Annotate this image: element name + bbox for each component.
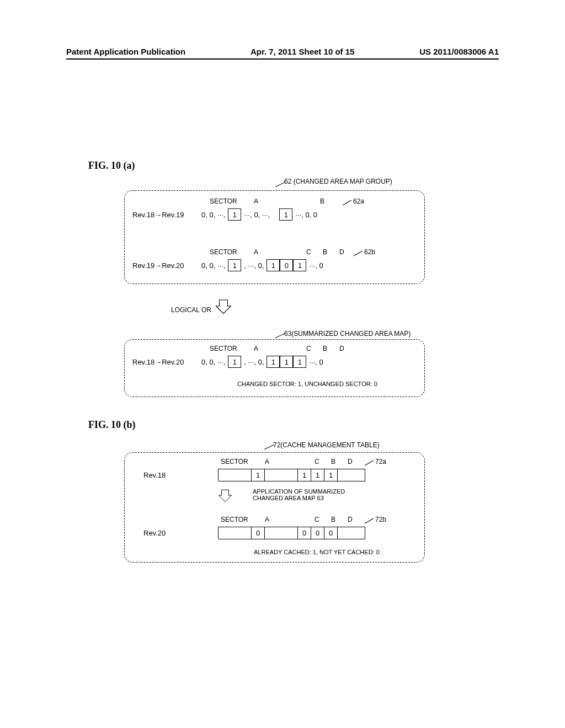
figure-a-label: FIG. 10 (a) xyxy=(88,160,135,172)
document-header: Patent Application Publication Apr. 7, 2… xyxy=(66,47,499,60)
sector-b-value: 0 xyxy=(311,527,324,539)
data-text: 0, 0, ···, xyxy=(199,261,228,270)
col-c: C xyxy=(315,516,319,523)
col-a: A xyxy=(254,345,258,352)
sub-62a: 62a xyxy=(353,197,364,205)
cache-row-72b: Rev.20 0 0 0 0 xyxy=(135,527,365,539)
col-b: B xyxy=(323,345,327,352)
cache-cell xyxy=(218,527,252,539)
data-text: 0, 0, ···, xyxy=(199,211,228,219)
col-b: B xyxy=(331,458,335,465)
col-c: C xyxy=(315,458,319,465)
sector-b-value: 1 xyxy=(279,208,292,221)
sub-62b: 62b xyxy=(364,248,375,256)
data-text: ···, 0, 0 xyxy=(292,211,320,219)
changed-sector-note: CHANGED SECTOR: 1, UNCHANGED SECTOR: 0 xyxy=(237,381,377,387)
sector-a-value: 0 xyxy=(252,527,265,539)
header-right: US 2011/0083006 A1 xyxy=(419,47,499,56)
data-text: ···, 0 xyxy=(306,261,326,270)
col-d: D xyxy=(348,458,353,465)
sector-d-value: 1 xyxy=(293,259,306,271)
callout-63: 63(SUMMARIZED CHANGED AREA MAP) xyxy=(284,330,411,338)
data-text: ···, 0, ···, xyxy=(241,211,273,219)
summarized-changed-area-map xyxy=(124,339,425,397)
sector-label: SECTOR xyxy=(210,197,237,205)
col-c: C xyxy=(306,345,311,352)
data-text: ···, 0 xyxy=(306,358,326,366)
sector-label: SECTOR xyxy=(221,458,248,465)
sub-72b: 72b xyxy=(375,516,386,523)
row-label: Rev.20 xyxy=(135,529,218,537)
arrow-down-icon xyxy=(215,298,232,314)
sector-d-value: 1 xyxy=(324,469,338,481)
col-d: D xyxy=(339,248,344,256)
map-row-62a: Rev.18→Rev.19 0, 0, ···, 1 ···, 0, ···, … xyxy=(124,208,320,221)
sector-label: SECTOR xyxy=(210,345,237,352)
row-label: Rev.18→Rev.19 xyxy=(124,211,199,219)
callout-62: 62 (CHANGED AREA MAP GROUP) xyxy=(284,178,392,185)
figure-b-label: FIG. 10 (b) xyxy=(88,419,136,431)
sector-a-value: 1 xyxy=(252,469,265,481)
col-c: C xyxy=(306,248,311,256)
cache-cell xyxy=(218,469,252,481)
sector-c-value: 1 xyxy=(298,469,311,481)
sector-a-value: 1 xyxy=(228,356,241,368)
row-label: Rev.18 xyxy=(135,471,218,479)
map-row-63: Rev.18→Rev.20 0, 0, ···, 1 , ···, 0, 1 1… xyxy=(124,356,326,368)
col-d: D xyxy=(348,516,353,523)
sector-c-value: 0 xyxy=(298,527,311,539)
sector-a-value: 1 xyxy=(228,259,241,271)
col-d: D xyxy=(339,345,344,352)
col-a: A xyxy=(265,516,269,523)
col-a: A xyxy=(254,248,258,256)
sector-b-value: 0 xyxy=(280,259,293,271)
header-left: Patent Application Publication xyxy=(66,47,185,56)
sector-label: SECTOR xyxy=(210,248,237,256)
data-text: , ···, 0, xyxy=(241,261,266,270)
callout-72: 72(CACHE MANAGEMENT TABLE) xyxy=(273,441,380,449)
map-row-62b: Rev.19→Rev.20 0, 0, ···, 1 , ···, 0, 1 0… xyxy=(124,259,326,271)
cache-cell xyxy=(338,469,365,481)
col-a: A xyxy=(265,458,269,465)
data-text: 0, 0, ···, xyxy=(199,358,228,366)
sector-d-value: 0 xyxy=(324,527,338,539)
cache-cell xyxy=(265,527,298,539)
sector-a-value: 1 xyxy=(228,208,241,221)
sector-b-value: 1 xyxy=(280,356,293,368)
row-label: Rev.19→Rev.20 xyxy=(124,261,199,270)
logical-or-label: LOGICAL OR xyxy=(171,306,211,314)
sector-b-value: 1 xyxy=(311,469,324,481)
data-text: , ···, 0, xyxy=(241,358,266,366)
header-center: Apr. 7, 2011 Sheet 10 of 15 xyxy=(250,47,354,56)
col-b: B xyxy=(320,197,324,205)
sub-72a: 72a xyxy=(375,458,386,465)
sector-c-value: 1 xyxy=(266,356,280,368)
cache-cell xyxy=(265,469,298,481)
cached-note: ALREADY CACHED: 1, NOT YET CACHED: 0 xyxy=(254,549,380,555)
application-note: APPLICATION OF SUMMARIZED CHANGED AREA M… xyxy=(253,488,363,501)
col-b: B xyxy=(323,248,327,256)
sector-d-value: 1 xyxy=(293,356,306,368)
arrow-down-icon xyxy=(218,488,232,502)
col-a: A xyxy=(254,197,258,205)
cache-row-72a: Rev.18 1 1 1 1 xyxy=(135,469,365,481)
sector-c-value: 1 xyxy=(266,259,280,271)
row-label: Rev.18→Rev.20 xyxy=(124,358,199,366)
sector-label: SECTOR xyxy=(221,516,248,523)
col-b: B xyxy=(331,516,335,523)
cache-cell xyxy=(338,527,365,539)
